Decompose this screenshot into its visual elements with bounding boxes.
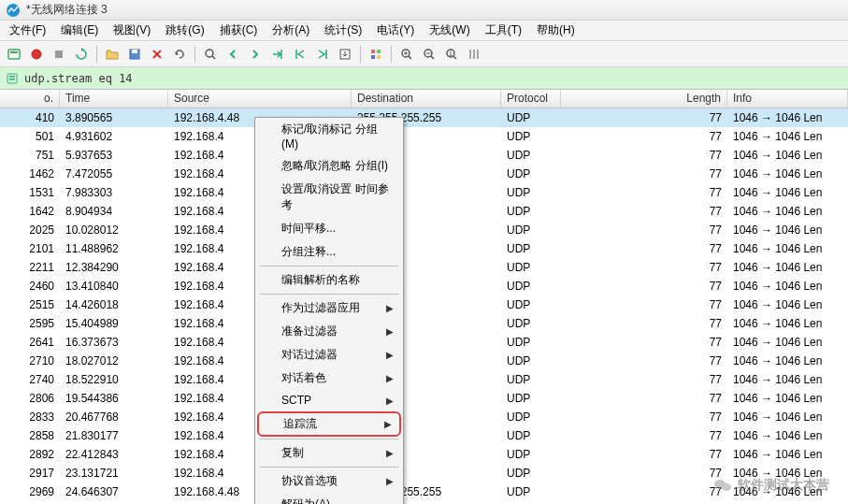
context-menu-item-label: 对话着色 xyxy=(281,370,326,386)
toolbar-go-first-icon[interactable] xyxy=(290,44,310,65)
context-menu-item[interactable]: 对话过滤器▶ xyxy=(255,343,403,367)
column-header-length[interactable]: Length xyxy=(561,90,727,108)
context-menu-item[interactable]: 标记/取消标记 分组(M) xyxy=(255,118,403,154)
svg-line-25 xyxy=(431,56,434,59)
context-menu-item-label: 作为过滤器应用 xyxy=(281,300,360,316)
toolbar-resize-columns-icon[interactable] xyxy=(464,44,484,65)
context-menu-item[interactable]: 解码为(A)... xyxy=(255,493,403,504)
table-row[interactable]: 221112.384290192.168.4255UDP771046 → 104… xyxy=(0,258,848,277)
svg-line-28 xyxy=(453,56,456,59)
title-bar: *无线网络连接 3 xyxy=(0,0,848,21)
toolbar-separator xyxy=(391,46,392,63)
context-menu-item[interactable]: 时间平移... xyxy=(255,217,403,240)
wireshark-icon xyxy=(6,3,21,18)
table-row[interactable]: 285821.830177192.168.4255UDP771046 → 104… xyxy=(0,426,848,445)
toolbar-interface-list-icon[interactable] xyxy=(4,44,24,65)
table-row[interactable]: 246013.410840192.168.4255UDP771046 → 104… xyxy=(0,277,848,295)
column-header-info[interactable]: Info xyxy=(727,90,848,108)
column-header-destination[interactable]: Destination xyxy=(352,90,501,108)
toolbar-auto-scroll-icon[interactable] xyxy=(335,44,355,65)
toolbar-close-file-icon[interactable] xyxy=(147,44,167,65)
context-menu-item[interactable]: 忽略/取消忽略 分组(I) xyxy=(255,154,403,178)
svg-rect-2 xyxy=(10,51,18,53)
chevron-right-icon: ▶ xyxy=(386,350,394,360)
svg-rect-4 xyxy=(55,50,63,58)
filter-bookmark-icon[interactable] xyxy=(6,72,19,85)
menu-item-9[interactable]: 工具(T) xyxy=(478,20,529,41)
table-row[interactable]: 14627.472055192.168.4255UDP771046 → 1046… xyxy=(0,165,848,183)
toolbar-go-back-icon[interactable] xyxy=(223,44,243,65)
table-row[interactable]: 259515.404989192.168.4255UDP771046 → 104… xyxy=(0,314,848,333)
toolbar: 1 xyxy=(0,41,848,67)
table-row[interactable]: 289222.412843192.168.4255UDP771046 → 104… xyxy=(0,445,848,464)
toolbar-go-to-packet-icon[interactable] xyxy=(267,44,288,65)
menu-bar: 文件(F)编辑(E)视图(V)跳转(G)捕获(C)分析(A)统计(S)电话(Y)… xyxy=(0,21,848,41)
toolbar-restart-capture-icon[interactable] xyxy=(71,44,92,65)
svg-rect-16 xyxy=(377,50,381,53)
context-menu-item-label: 编辑解析的名称 xyxy=(281,272,360,288)
table-row[interactable]: 15317.983303192.168.4255UDP771046 → 1046… xyxy=(0,183,848,202)
packet-context-menu: 标记/取消标记 分组(M)忽略/取消忽略 分组(I)设置/取消设置 时间参考时间… xyxy=(254,117,404,504)
context-menu-item-label: 准备过滤器 xyxy=(281,324,338,339)
toolbar-colorize-icon[interactable] xyxy=(366,44,386,65)
svg-point-36 xyxy=(722,483,731,491)
column-header-protocol[interactable]: Protocol xyxy=(501,90,561,108)
table-row[interactable]: 7515.937653192.168.4255UDP771046 → 1046 … xyxy=(0,146,848,165)
menu-item-4[interactable]: 捕获(C) xyxy=(212,20,266,41)
table-row[interactable]: 264116.373673192.168.4255UDP771046 → 104… xyxy=(0,333,848,352)
table-row[interactable]: 5014.931602192.168.4255UDP771046 → 1046 … xyxy=(0,127,848,146)
context-menu-item[interactable]: SCTP▶ xyxy=(255,390,403,410)
menu-item-10[interactable]: 帮助(H) xyxy=(529,20,582,41)
context-menu-item-label: 解码为(A)... xyxy=(281,497,339,504)
column-header-no[interactable]: o. xyxy=(0,90,60,108)
context-menu-item[interactable]: 对话着色▶ xyxy=(255,367,403,390)
table-row[interactable]: 210111.488962192.168.4255UDP771046 → 104… xyxy=(0,239,848,258)
table-row[interactable]: 283320.467768192.168.4255UDP771046 → 104… xyxy=(0,408,848,426)
table-row[interactable]: 271018.027012192.168.4255UDP771046 → 104… xyxy=(0,352,848,370)
toolbar-go-forward-icon[interactable] xyxy=(245,44,266,65)
toolbar-zoom-out-icon[interactable] xyxy=(419,44,439,65)
context-menu-item[interactable]: 分组注释... xyxy=(255,240,403,264)
table-row[interactable]: 16428.904934192.168.4255UDP771046 → 1046… xyxy=(0,202,848,221)
table-row[interactable]: 251514.426018192.168.4255UDP771046 → 104… xyxy=(0,295,848,314)
toolbar-go-last-icon[interactable] xyxy=(312,44,333,65)
context-menu-item[interactable]: 复制▶ xyxy=(255,441,403,465)
context-menu-item[interactable]: 准备过滤器▶ xyxy=(255,320,403,343)
menu-item-3[interactable]: 跳转(G) xyxy=(158,20,211,41)
context-menu-item[interactable]: 编辑解析的名称 xyxy=(255,268,403,292)
toolbar-separator xyxy=(360,46,361,63)
context-menu-item[interactable]: 协议首选项▶ xyxy=(255,469,403,493)
table-row[interactable]: 274018.522910192.168.4255UDP771046 → 104… xyxy=(0,370,848,389)
table-row[interactable]: 202510.028012192.168.4255UDP771046 → 104… xyxy=(0,221,848,239)
menu-item-6[interactable]: 统计(S) xyxy=(317,20,369,41)
toolbar-open-file-icon[interactable] xyxy=(102,44,122,65)
menu-item-0[interactable]: 文件(F) xyxy=(2,20,53,41)
table-row[interactable]: 4103.890565192.168.4.48255.255.255.255UD… xyxy=(0,108,848,127)
menu-item-7[interactable]: 电话(Y) xyxy=(369,20,422,41)
svg-text:1: 1 xyxy=(449,50,453,57)
toolbar-zoom-in-icon[interactable] xyxy=(396,44,417,65)
column-header-source[interactable]: Source xyxy=(168,90,352,108)
toolbar-find-packet-icon[interactable] xyxy=(200,44,221,65)
context-menu-item-label: 对话过滤器 xyxy=(281,347,338,363)
packet-list[interactable]: o. Time Source Destination Protocol Leng… xyxy=(0,90,848,504)
context-menu-item[interactable]: 设置/取消设置 时间参考 xyxy=(255,178,403,217)
wechat-icon xyxy=(713,476,732,495)
toolbar-stop-capture-icon[interactable] xyxy=(49,44,69,65)
context-menu-item[interactable]: 追踪流▶ xyxy=(257,411,401,437)
context-menu-item[interactable]: 作为过滤器应用▶ xyxy=(255,296,403,320)
menu-item-8[interactable]: 无线(W) xyxy=(422,20,477,41)
menu-item-2[interactable]: 视图(V) xyxy=(106,20,158,41)
svg-rect-6 xyxy=(132,50,137,53)
toolbar-reload-icon[interactable] xyxy=(169,44,190,65)
toolbar-zoom-reset-icon[interactable]: 1 xyxy=(441,44,462,65)
svg-rect-34 xyxy=(9,79,15,80)
toolbar-save-file-icon[interactable] xyxy=(124,44,145,65)
toolbar-start-capture-icon[interactable] xyxy=(26,44,47,65)
menu-item-1[interactable]: 编辑(E) xyxy=(53,20,106,41)
display-filter-input[interactable] xyxy=(24,72,842,85)
table-row[interactable]: 280619.544386192.168.4255UDP771046 → 104… xyxy=(0,389,848,408)
column-header-time[interactable]: Time xyxy=(60,90,168,108)
menu-item-5[interactable]: 分析(A) xyxy=(265,20,317,41)
svg-rect-33 xyxy=(9,76,15,78)
